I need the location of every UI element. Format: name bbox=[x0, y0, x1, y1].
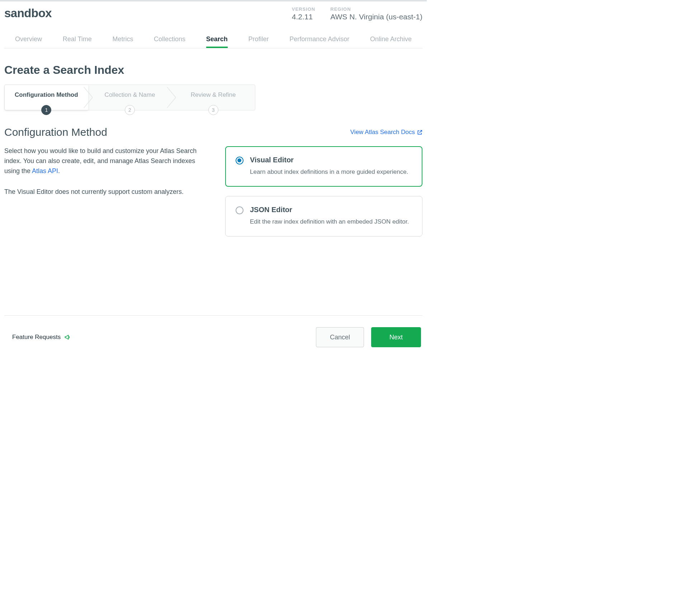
atlas-api-link[interactable]: Atlas API bbox=[32, 167, 58, 175]
tab-collections[interactable]: Collections bbox=[154, 32, 185, 48]
tab-search[interactable]: Search bbox=[206, 32, 228, 48]
radio-selected-icon bbox=[236, 157, 243, 164]
tab-online-archive[interactable]: Online Archive bbox=[370, 32, 412, 48]
feature-requests-link[interactable]: Feature Requests bbox=[12, 334, 71, 341]
step-label: Configuration Method bbox=[8, 91, 85, 99]
tab-real-time[interactable]: Real Time bbox=[63, 32, 92, 48]
option-visual-editor[interactable]: Visual Editor Learn about index definiti… bbox=[225, 146, 422, 187]
option-json-editor[interactable]: JSON Editor Edit the raw index definitio… bbox=[225, 196, 422, 237]
header-meta: VERSION 4.2.11 REGION AWS N. Virginia (u… bbox=[292, 6, 422, 21]
header: sandbox VERSION 4.2.11 REGION AWS N. Vir… bbox=[4, 1, 422, 21]
footer: Feature Requests Cancel Next bbox=[4, 315, 422, 356]
tabs: Overview Real Time Metrics Collections S… bbox=[4, 32, 422, 48]
radio-unselected-icon bbox=[236, 206, 243, 214]
description-text: Select how you would like to build and c… bbox=[4, 146, 212, 208]
step-number: 2 bbox=[125, 105, 135, 115]
tab-overview[interactable]: Overview bbox=[15, 32, 42, 48]
step-label: Review & Refine bbox=[175, 91, 251, 99]
next-button[interactable]: Next bbox=[371, 327, 421, 347]
step-number: 1 bbox=[41, 105, 51, 115]
section-title: Configuration Method bbox=[4, 126, 107, 138]
step-review-and-refine[interactable]: Review & Refine 3 bbox=[171, 85, 255, 110]
tab-metrics[interactable]: Metrics bbox=[112, 32, 133, 48]
region-label: REGION bbox=[330, 6, 422, 12]
option-desc: Learn about index definitions in a more … bbox=[250, 168, 408, 176]
tab-profiler[interactable]: Profiler bbox=[249, 32, 269, 48]
version-value: 4.2.11 bbox=[292, 13, 316, 21]
description-part-2: The Visual Editor does not currently sup… bbox=[4, 187, 212, 197]
step-collection-and-name[interactable]: Collection & Name 2 bbox=[88, 85, 172, 110]
feature-requests-label: Feature Requests bbox=[12, 334, 61, 341]
docs-link-text: View Atlas Search Docs bbox=[350, 129, 415, 136]
page-title: Create a Search Index bbox=[4, 63, 422, 77]
option-title: JSON Editor bbox=[250, 206, 409, 214]
step-configuration-method[interactable]: Configuration Method 1 bbox=[5, 85, 88, 110]
cluster-name: sandbox bbox=[4, 6, 52, 20]
step-label: Collection & Name bbox=[92, 91, 168, 99]
tab-performance-advisor[interactable]: Performance Advisor bbox=[289, 32, 349, 48]
region-value: AWS N. Virginia (us-east-1) bbox=[330, 13, 422, 21]
stepper: Configuration Method 1 Collection & Name… bbox=[4, 85, 255, 110]
option-desc: Edit the raw index definition with an em… bbox=[250, 218, 409, 225]
version-label: VERSION bbox=[292, 6, 316, 12]
description-part-1b: . bbox=[58, 167, 60, 175]
cancel-button[interactable]: Cancel bbox=[316, 327, 364, 347]
option-title: Visual Editor bbox=[250, 156, 408, 164]
view-docs-link[interactable]: View Atlas Search Docs bbox=[350, 129, 422, 136]
megaphone-icon bbox=[64, 334, 71, 341]
step-number: 3 bbox=[208, 105, 218, 115]
external-link-icon bbox=[417, 130, 422, 135]
